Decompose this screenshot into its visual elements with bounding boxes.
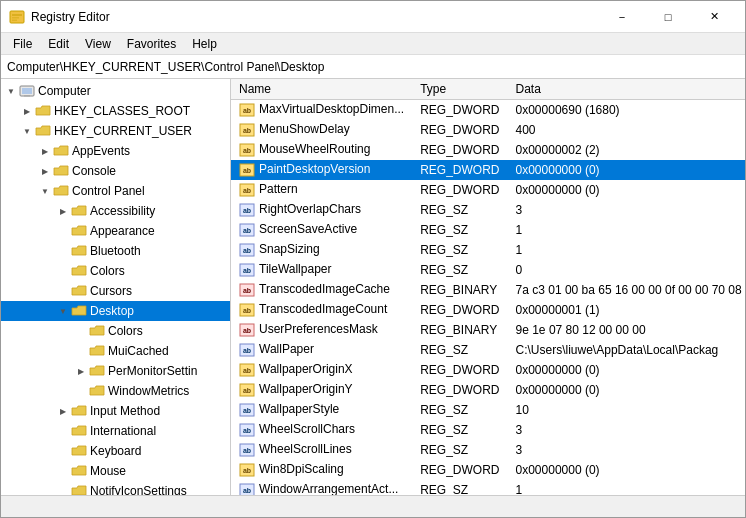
row-name: PaintDesktopVersion xyxy=(259,162,370,176)
table-row[interactable]: abTranscodedImageCountREG_DWORD0x0000000… xyxy=(231,300,745,320)
folder-icon-colors xyxy=(71,263,87,279)
tree-node-control-panel[interactable]: ▼ Control Panel xyxy=(1,181,230,495)
tree-node-windowmetrics[interactable]: WindowMetrics xyxy=(1,381,230,401)
titlebar-controls: − □ ✕ xyxy=(599,1,737,33)
row-type: REG_DWORD xyxy=(412,360,507,380)
row-name: MenuShowDelay xyxy=(259,122,350,136)
tree-node-desktop[interactable]: ▼ Desktop xyxy=(1,301,230,401)
minimize-button[interactable]: − xyxy=(599,1,645,33)
bluetooth-label: Bluetooth xyxy=(90,244,141,258)
row-type: REG_SZ xyxy=(412,400,507,420)
row-type: REG_SZ xyxy=(412,480,507,495)
svg-text:ab: ab xyxy=(243,367,251,374)
expand-icon-accessibility: ▶ xyxy=(55,203,71,219)
menu-item-edit[interactable]: Edit xyxy=(40,35,77,53)
svg-text:ab: ab xyxy=(243,267,251,274)
tree-node-classes-root[interactable]: ▶ HKEY_CLASSES_ROOT xyxy=(1,101,230,121)
tree-node-international[interactable]: International xyxy=(1,421,230,441)
col-data[interactable]: Data xyxy=(508,79,745,100)
row-type: REG_DWORD xyxy=(412,140,507,160)
tree-node-bluetooth[interactable]: Bluetooth xyxy=(1,241,230,261)
reg-value-icon: ab xyxy=(239,482,255,495)
svg-text:ab: ab xyxy=(243,387,251,394)
menu-item-help[interactable]: Help xyxy=(184,35,225,53)
folder-icon-inputmethod xyxy=(71,403,87,419)
row-name: RightOverlapChars xyxy=(259,202,361,216)
tree-node-inputmethod[interactable]: ▶ Input Method xyxy=(1,401,230,421)
app-icon xyxy=(9,9,25,25)
tree-node-keyboard[interactable]: Keyboard xyxy=(1,441,230,461)
reg-value-icon: ab xyxy=(239,342,255,358)
row-name: WheelScrollChars xyxy=(259,422,355,436)
folder-icon-accessibility xyxy=(71,203,87,219)
row-type: REG_SZ xyxy=(412,220,507,240)
reg-value-icon: ab xyxy=(239,202,255,218)
tree-node-desktop-colors[interactable]: Colors xyxy=(1,321,230,341)
tree-node-colors[interactable]: Colors xyxy=(1,261,230,281)
main-content: ▼ Computer ▶ xyxy=(1,79,745,495)
table-row[interactable]: abWallpaperStyleREG_SZ10 xyxy=(231,400,745,420)
table-row[interactable]: abWindowArrangementAct...REG_SZ1 xyxy=(231,480,745,495)
tree-panel[interactable]: ▼ Computer ▶ xyxy=(1,79,231,495)
row-name: UserPreferencesMask xyxy=(259,322,378,336)
table-row[interactable]: abSnapSizingREG_SZ1 xyxy=(231,240,745,260)
row-type: REG_SZ xyxy=(412,240,507,260)
table-row[interactable]: abWheelScrollCharsREG_SZ3 xyxy=(231,420,745,440)
tree-node-notifyicon[interactable]: NotifyIconSettings xyxy=(1,481,230,495)
tree-node-permonitor[interactable]: ▶ PerMonitorSettin xyxy=(1,361,230,381)
table-row[interactable]: abWallpaperOriginXREG_DWORD0x00000000 (0… xyxy=(231,360,745,380)
row-name: TileWallpaper xyxy=(259,262,331,276)
row-data: C:\Users\liuwe\AppData\Local\Packag xyxy=(508,340,745,360)
table-row[interactable]: abScreenSaveActiveREG_SZ1 xyxy=(231,220,745,240)
table-row[interactable]: abWallPaperREG_SZC:\Users\liuwe\AppData\… xyxy=(231,340,745,360)
tree-node-computer[interactable]: ▼ Computer ▶ xyxy=(1,81,230,495)
titlebar-left: Registry Editor xyxy=(9,9,110,25)
table-row[interactable]: abTranscodedImageCacheREG_BINARY7a c3 01… xyxy=(231,280,745,300)
row-data: 1 xyxy=(508,240,745,260)
table-row[interactable]: abPatternREG_DWORD0x00000000 (0) xyxy=(231,180,745,200)
table-row[interactable]: abTileWallpaperREG_SZ0 xyxy=(231,260,745,280)
tree-node-console[interactable]: ▶ Console xyxy=(1,161,230,181)
row-type: REG_DWORD xyxy=(412,180,507,200)
accessibility-label: Accessibility xyxy=(90,204,155,218)
windowmetrics-label: WindowMetrics xyxy=(108,384,189,398)
menu-item-file[interactable]: File xyxy=(5,35,40,53)
svg-text:ab: ab xyxy=(243,287,251,294)
folder-icon-appevents xyxy=(53,143,69,159)
tree-node-current-user[interactable]: ▼ HKEY_CURRENT_USER ▶ xyxy=(1,121,230,495)
expand-icon-classes: ▶ xyxy=(19,103,35,119)
table-row[interactable]: abMaxVirtualDesktopDimen...REG_DWORD0x00… xyxy=(231,100,745,121)
svg-text:ab: ab xyxy=(243,407,251,414)
detail-panel[interactable]: Name Type Data abMaxVirtualDesktopDimen.… xyxy=(231,79,745,495)
tree-node-appearance[interactable]: Appearance xyxy=(1,221,230,241)
reg-value-icon: ab xyxy=(239,182,255,198)
tree-node-cursors[interactable]: Cursors xyxy=(1,281,230,301)
svg-rect-3 xyxy=(12,19,17,21)
row-name: WindowArrangementAct... xyxy=(259,482,398,495)
table-row[interactable]: abMouseWheelRoutingREG_DWORD0x00000002 (… xyxy=(231,140,745,160)
tree-node-accessibility[interactable]: ▶ Accessibility xyxy=(1,201,230,221)
tree-node-muicached[interactable]: MuiCached xyxy=(1,341,230,361)
maximize-button[interactable]: □ xyxy=(645,1,691,33)
folder-icon-current-user xyxy=(35,123,51,139)
tree-node-appevents[interactable]: ▶ AppEvents xyxy=(1,141,230,161)
table-row[interactable]: abRightOverlapCharsREG_SZ3 xyxy=(231,200,745,220)
col-type[interactable]: Type xyxy=(412,79,507,100)
col-name[interactable]: Name xyxy=(231,79,412,100)
expand-icon-current-user: ▼ xyxy=(19,123,35,139)
table-row[interactable]: abUserPreferencesMaskREG_BINARY9e 1e 07 … xyxy=(231,320,745,340)
table-row[interactable]: abPaintDesktopVersionREG_DWORD0x00000000… xyxy=(231,160,745,180)
menu-item-favorites[interactable]: Favorites xyxy=(119,35,184,53)
svg-text:ab: ab xyxy=(243,127,251,134)
menu-item-view[interactable]: View xyxy=(77,35,119,53)
reg-value-icon: ab xyxy=(239,262,255,278)
table-row[interactable]: abWheelScrollLinesREG_SZ3 xyxy=(231,440,745,460)
addressbar: Computer\HKEY_CURRENT_USER\Control Panel… xyxy=(1,55,745,79)
reg-value-icon: ab xyxy=(239,162,255,178)
row-data: 0x00000001 (1) xyxy=(508,300,745,320)
close-button[interactable]: ✕ xyxy=(691,1,737,33)
table-row[interactable]: abWallpaperOriginYREG_DWORD0x00000000 (0… xyxy=(231,380,745,400)
table-row[interactable]: abMenuShowDelayREG_DWORD400 xyxy=(231,120,745,140)
tree-node-mouse[interactable]: Mouse xyxy=(1,461,230,481)
table-row[interactable]: abWin8DpiScalingREG_DWORD0x00000000 (0) xyxy=(231,460,745,480)
